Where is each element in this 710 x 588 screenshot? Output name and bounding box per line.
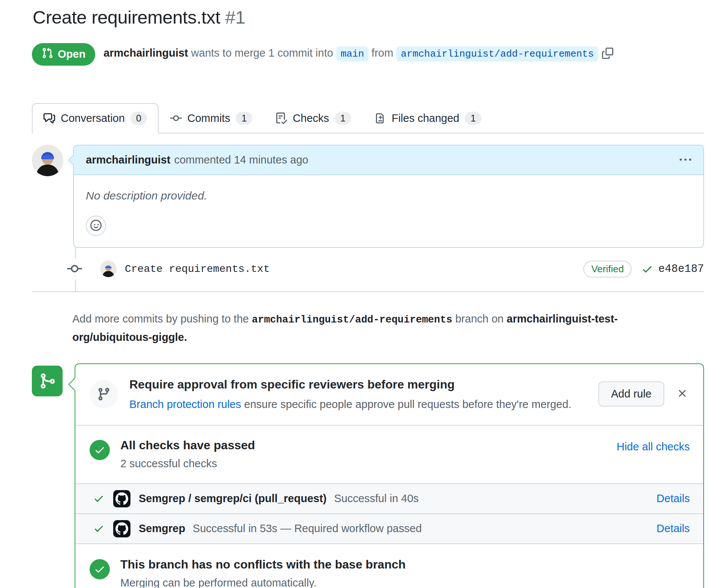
pr-state-badge: Open [32, 43, 95, 66]
timeline-divider [32, 291, 704, 292]
pr-byline: armchairlinguist wants to merge 1 commit… [103, 47, 613, 62]
comment-author[interactable]: armchairlinguist [86, 154, 171, 166]
checks-summary-subtitle: 2 successful checks [120, 458, 255, 470]
pr-header-meta: Open armchairlinguist wants to merge 1 c… [32, 36, 704, 72]
commit-message-link[interactable]: Create requirements.txt [125, 263, 270, 275]
branch-protection-title: Require approval from specific reviewers… [129, 378, 571, 392]
tab-label: Files changed [392, 112, 460, 124]
git-merge-icon [32, 366, 63, 396]
branch-protection-desc-text: ensure specific people approve pull requ… [241, 398, 571, 410]
check-icon [93, 493, 104, 504]
pr-number: #1 [225, 7, 246, 27]
github-actions-avatar [113, 490, 130, 507]
pr-author[interactable]: armchairlinguist [103, 47, 188, 59]
byline-from: from [368, 47, 396, 59]
hide-all-checks-link[interactable]: Hide all checks [617, 441, 690, 453]
commit-author-avatar[interactable] [100, 261, 117, 277]
merge-section: Require approval from specific reviewers… [32, 363, 704, 588]
push-note-branch: armchairlinguist/add-requirements [252, 314, 452, 326]
commit-check-icon [641, 263, 653, 275]
pr-tabnav: Conversation 0 Commits 1 Checks 1 Files … [32, 103, 704, 134]
author-avatar[interactable] [32, 145, 63, 176]
commit-sha-link[interactable]: e48e187 [658, 263, 704, 275]
push-note: Add more commits by pushing to the armch… [72, 310, 670, 346]
close-icon[interactable] [676, 387, 688, 399]
checklist-icon [276, 112, 287, 124]
branch-protection-rules-link[interactable]: Branch protection rules [129, 398, 241, 410]
kebab-menu-icon[interactable] [680, 154, 691, 166]
base-branch-ref: main [336, 46, 368, 62]
branch-protection-desc: Branch protection rules ensure specific … [129, 398, 571, 411]
git-commit-icon [170, 112, 182, 124]
details-link[interactable]: Details [656, 522, 690, 535]
merge-box: Require approval from specific reviewers… [75, 363, 704, 588]
tab-conversation[interactable]: Conversation 0 [32, 103, 159, 134]
git-branch-icon [90, 380, 118, 408]
tab-count: 0 [130, 112, 147, 125]
tab-label: Checks [293, 112, 329, 124]
checks-summary-section: All checks have passed 2 successful chec… [75, 425, 703, 483]
github-actions-avatar [113, 520, 130, 537]
conflicts-title: This branch has no conflicts with the ba… [120, 558, 406, 572]
add-reaction-button[interactable] [86, 216, 106, 236]
tab-checks[interactable]: Checks 1 [264, 103, 363, 134]
byline-middle: wants to merge 1 commit into [188, 47, 336, 59]
tab-commits[interactable]: Commits 1 [159, 103, 264, 134]
details-link[interactable]: Details [656, 492, 690, 505]
conflicts-text: This branch has no conflicts with the ba… [120, 558, 406, 588]
verified-badge: Verified [583, 261, 632, 278]
comment-text: No description provided. [86, 189, 691, 202]
check-row: Semgrep / semgrep/ci (pull_request) Succ… [75, 483, 703, 513]
branch-protection-text: Require approval from specific reviewers… [129, 378, 571, 411]
comment-header: armchairlinguist commented 14 minutes ag… [74, 146, 703, 175]
smiley-icon [90, 220, 102, 232]
file-diff-icon [374, 112, 386, 124]
git-pull-request-icon [42, 47, 53, 62]
check-circle-icon [90, 559, 110, 579]
head-branch-ref: armchairlinguist/add-requirements [396, 46, 598, 62]
comment-card: armchairlinguist commented 14 minutes ag… [73, 145, 704, 248]
checks-summary-title: All checks have passed [120, 438, 255, 452]
branch-protection-section: Require approval from specific reviewers… [75, 364, 703, 425]
conflicts-section: This branch has no conflicts with the ba… [75, 543, 703, 588]
timeline-commit: Create requirements.txt Verified e48e187 [32, 248, 704, 291]
tab-label: Commits [187, 112, 230, 124]
pr-state-label: Open [58, 48, 85, 60]
pr-title-text: Create requirements.txt [33, 7, 220, 27]
push-note-text: branch on [452, 313, 506, 325]
pr-page: Create requirements.txt #1 Open armchair… [0, 7, 710, 588]
tab-count: 1 [465, 112, 481, 125]
checks-summary-text: All checks have passed 2 successful chec… [120, 438, 255, 470]
check-name: Semgrep / semgrep/ci (pull_request) [139, 492, 327, 505]
tab-count: 1 [236, 112, 252, 125]
comment-discussion-icon [43, 112, 55, 124]
check-status: Successful in 53s — Required workflow pa… [193, 522, 422, 535]
commit-row: Create requirements.txt Verified e48e187 [32, 258, 704, 279]
timeline-comment: armchairlinguist commented 14 minutes ag… [32, 145, 704, 248]
comment-meta: commented 14 minutes ago [174, 154, 309, 166]
tab-label: Conversation [61, 112, 125, 124]
page-title: Create requirements.txt #1 [33, 7, 704, 28]
push-note-period: . [184, 331, 187, 343]
comment-body: No description provided. [74, 175, 703, 247]
git-commit-icon [67, 258, 82, 279]
check-row: Semgrep Successful in 53s — Required wor… [75, 513, 703, 543]
check-name: Semgrep [139, 522, 185, 535]
tab-count: 1 [335, 112, 351, 125]
push-note-text: Add more commits by pushing to the [72, 313, 252, 325]
conflicts-subtitle: Merging can be performed automatically. [120, 577, 406, 588]
tab-files-changed[interactable]: Files changed 1 [363, 103, 493, 134]
check-circle-icon [90, 440, 110, 460]
check-icon [93, 523, 104, 534]
add-rule-button[interactable]: Add rule [598, 381, 664, 406]
copy-branch-icon[interactable] [602, 48, 613, 62]
check-status: Successful in 40s [334, 492, 419, 505]
